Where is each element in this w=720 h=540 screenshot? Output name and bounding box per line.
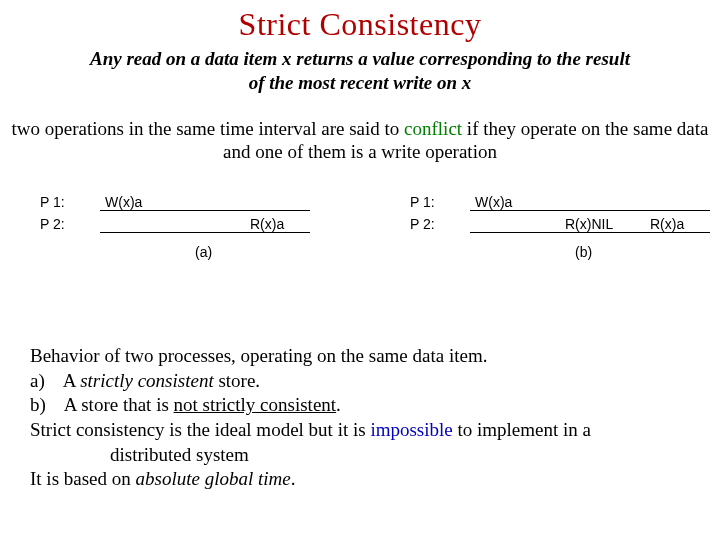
beh-item-b: b) A store that is not strictly consiste…	[30, 393, 690, 418]
beh-a-post: store.	[214, 370, 260, 391]
lbl-b-p1: P 1:	[410, 194, 435, 210]
line-b-p2	[470, 232, 710, 233]
lbl-b-rxa: R(x)a	[650, 216, 684, 232]
beh-time-line: It is based on absolute global time.	[30, 467, 690, 492]
beh-l6-pre: It is based on	[30, 468, 136, 489]
line-a-p2	[100, 232, 310, 233]
beh-b-u: not strictly consistent	[174, 394, 337, 415]
conflict-pre: two operations in the same time interval…	[12, 118, 405, 139]
definition: Any read on a data item x returns a valu…	[10, 47, 710, 95]
caption-b: (b)	[575, 244, 592, 260]
beh-b-post: .	[336, 394, 341, 415]
beh-b-label: b)	[30, 394, 46, 415]
beh-l4-post: to implement in a	[453, 419, 591, 440]
beh-a-label: a)	[30, 370, 45, 391]
lbl-a-p2: P 2:	[40, 216, 65, 232]
definition-line1: Any read on a data item x returns a valu…	[90, 48, 630, 69]
beh-l6-post: .	[291, 468, 296, 489]
beh-strict-line: Strict consistency is the ideal model bu…	[30, 418, 690, 443]
beh-l5: distributed system	[30, 443, 690, 468]
beh-a-em: strictly consistent	[80, 370, 214, 391]
definition-line2: of the most recent write on x	[249, 72, 472, 93]
lbl-b-rxnil: R(x)NIL	[565, 216, 613, 232]
diagram: P 1: W(x)a P 2: R(x)a (a) P 1: W(x)a P 2…	[0, 194, 720, 304]
lbl-a-rxa: R(x)a	[250, 216, 284, 232]
beh-l4-pre: Strict consistency is the ideal model bu…	[30, 419, 370, 440]
beh-b-pre: A store that is	[64, 394, 174, 415]
caption-a: (a)	[195, 244, 212, 260]
line-a-p1	[100, 210, 310, 211]
conflict-word: conflict	[404, 118, 462, 139]
lbl-a-p1: P 1:	[40, 194, 65, 210]
lbl-a-wxa: W(x)a	[105, 194, 142, 210]
beh-intro: Behavior of two processes, operating on …	[30, 344, 690, 369]
lbl-b-wxa: W(x)a	[475, 194, 512, 210]
beh-a-pre: A	[63, 370, 80, 391]
behavior-text: Behavior of two processes, operating on …	[30, 344, 690, 492]
lbl-b-p2: P 2:	[410, 216, 435, 232]
beh-l4-blue: impossible	[370, 419, 452, 440]
line-b-p1	[470, 210, 710, 211]
beh-item-a: a) A strictly consistent store.	[30, 369, 690, 394]
slide-title: Strict Consistency	[0, 0, 720, 43]
conflict-text: two operations in the same time interval…	[2, 117, 718, 165]
beh-l6-em: absolute global time	[136, 468, 291, 489]
